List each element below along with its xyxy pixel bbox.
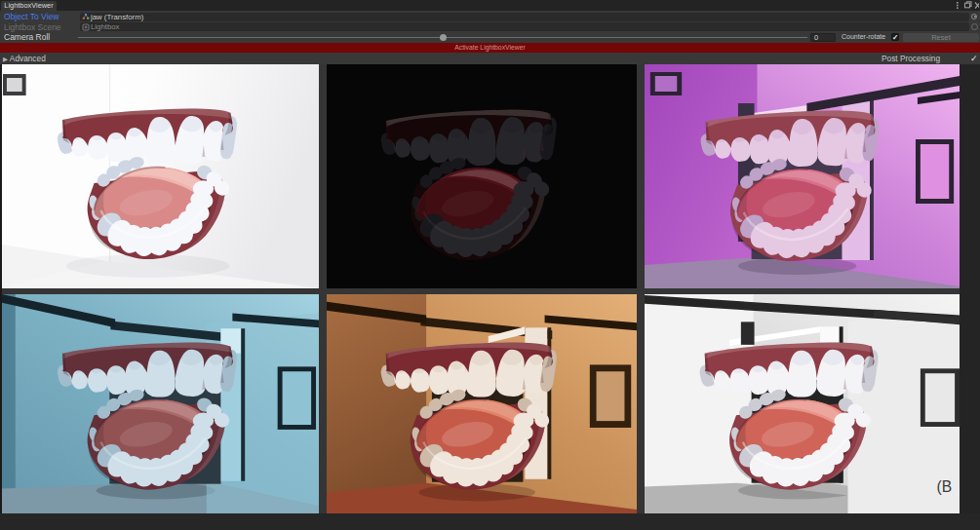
svg-text:(B: (B (937, 478, 953, 495)
